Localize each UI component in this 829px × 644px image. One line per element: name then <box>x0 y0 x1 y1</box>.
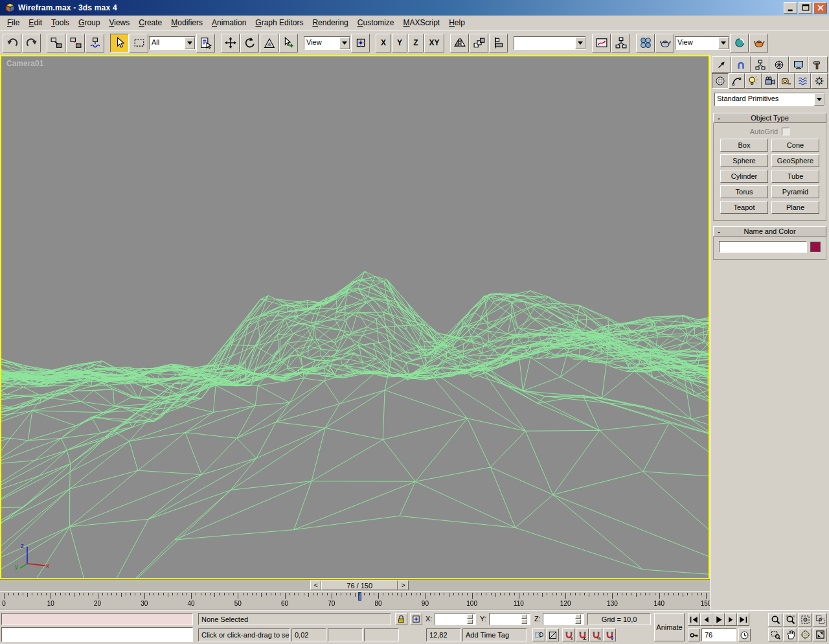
tab-hierarchy[interactable] <box>751 56 770 73</box>
restrict-x-button[interactable]: X <box>376 34 391 52</box>
object-color-swatch[interactable] <box>810 242 821 252</box>
category-shapes[interactable] <box>729 73 745 89</box>
menu-graph-editors[interactable]: Graph Editors <box>251 17 308 29</box>
add-time-tag[interactable]: Add Time Tag <box>462 628 527 641</box>
menu-file[interactable]: File <box>3 17 24 29</box>
maximize-button[interactable] <box>799 2 812 14</box>
selection-region-button[interactable] <box>130 34 148 52</box>
redo-button[interactable] <box>22 34 41 52</box>
menu-rendering[interactable]: Rendering <box>308 17 352 29</box>
zoom-extents-button[interactable] <box>798 613 812 627</box>
category-spacewarps[interactable] <box>795 73 812 89</box>
animate-button[interactable]: Animate <box>654 613 685 641</box>
snap-toggle-button[interactable] <box>562 628 575 641</box>
menu-help[interactable]: Help <box>444 17 470 29</box>
chevron-down-icon[interactable] <box>339 37 350 49</box>
go-to-start-button[interactable] <box>688 613 700 626</box>
undo-button[interactable] <box>3 34 21 52</box>
primitives-dropdown[interactable]: Standard Primitives <box>714 93 825 106</box>
z-spinner[interactable] <box>575 614 581 624</box>
menu-maxscript[interactable]: MAXScript <box>399 17 445 29</box>
menu-create[interactable]: Create <box>134 17 166 29</box>
plane-button[interactable]: Plane <box>771 201 819 214</box>
min-max-toggle-button[interactable] <box>813 628 827 641</box>
tab-motion[interactable] <box>769 56 789 73</box>
go-to-end-button[interactable] <box>737 613 749 626</box>
menu-modifiers[interactable]: Modifiers <box>166 17 207 29</box>
crossing-selection-toggle[interactable] <box>532 628 545 641</box>
time-slider-frame-label[interactable]: 76 / 150 <box>321 581 398 590</box>
menu-group[interactable]: Group <box>74 17 104 29</box>
chevron-down-icon[interactable] <box>575 37 585 49</box>
viewport-canvas[interactable] <box>1 56 709 578</box>
box-button[interactable]: Box <box>720 139 768 152</box>
angle-snap-button[interactable] <box>576 628 589 641</box>
tube-button[interactable]: Tube <box>771 170 819 183</box>
chevron-down-icon[interactable] <box>718 37 729 49</box>
quick-render-button[interactable] <box>749 34 768 52</box>
menu-edit[interactable]: Edit <box>24 17 47 29</box>
arc-rotate-button[interactable] <box>798 628 812 641</box>
object-name-input[interactable] <box>719 241 807 253</box>
zoom-all-button[interactable] <box>783 613 797 627</box>
region-zoom-button[interactable] <box>768 628 782 641</box>
named-selection-sets-combo[interactable] <box>514 36 586 50</box>
select-and-manipulate-button[interactable] <box>279 34 298 52</box>
cylinder-button[interactable]: Cylinder <box>720 170 768 183</box>
time-slider-handle[interactable]: < 76 / 150 > <box>310 581 409 590</box>
restrict-y-button[interactable]: Y <box>392 34 407 52</box>
chevron-down-icon[interactable] <box>814 93 824 106</box>
selection-filter-combo[interactable]: All <box>149 36 196 50</box>
absolute-offset-mode-toggle[interactable] <box>410 613 422 625</box>
schematic-view-button[interactable] <box>611 34 630 52</box>
render-last-button[interactable] <box>730 34 749 52</box>
degradation-override-button[interactable] <box>546 628 559 641</box>
autogrid-checkbox[interactable] <box>782 128 789 135</box>
tab-modify[interactable] <box>731 56 751 73</box>
category-cameras[interactable] <box>762 73 778 89</box>
select-object-button[interactable] <box>110 34 129 52</box>
tab-create[interactable] <box>712 56 731 73</box>
y-spinner[interactable] <box>521 614 527 624</box>
selection-lock-toggle[interactable] <box>395 613 407 625</box>
select-and-scale-button[interactable] <box>260 34 278 52</box>
select-and-rotate-button[interactable] <box>240 34 259 52</box>
y-coordinate-field[interactable] <box>489 613 530 625</box>
select-and-move-button[interactable] <box>221 34 240 52</box>
time-slider-track[interactable]: < 76 / 150 > <box>0 579 710 591</box>
render-scene-button[interactable] <box>655 34 674 52</box>
unlink-selection-button[interactable] <box>66 34 85 52</box>
material-editor-button[interactable] <box>636 34 655 52</box>
next-frame-button[interactable] <box>725 613 737 626</box>
zoom-extents-all-button[interactable] <box>813 613 827 627</box>
sphere-button[interactable]: Sphere <box>720 154 768 167</box>
key-mode-toggle[interactable] <box>688 628 700 641</box>
torus-button[interactable]: Torus <box>720 185 768 198</box>
pan-button[interactable] <box>783 628 797 641</box>
restrict-z-button[interactable]: Z <box>408 34 424 52</box>
render-type-combo[interactable]: View <box>675 36 729 50</box>
menu-tools[interactable]: Tools <box>47 17 74 29</box>
category-lights[interactable] <box>745 73 762 89</box>
menu-views[interactable]: Views <box>104 17 134 29</box>
x-spinner[interactable] <box>467 614 473 624</box>
menu-animation[interactable]: Animation <box>207 17 251 29</box>
viewport[interactable]: Camera01 z x y <box>0 55 710 579</box>
name-color-rollout-header[interactable]: - Name and Color <box>713 226 826 236</box>
z-coordinate-field[interactable] <box>543 613 584 625</box>
bind-to-spacewarp-button[interactable] <box>85 34 104 52</box>
cone-button[interactable]: Cone <box>771 139 819 152</box>
reference-coordinate-system-combo[interactable]: View <box>304 36 350 50</box>
time-configuration-button[interactable] <box>738 628 751 641</box>
pyramid-button[interactable]: Pyramid <box>771 185 819 198</box>
object-type-rollout-header[interactable]: - Object Type <box>713 113 826 123</box>
current-frame-field[interactable]: 76 <box>701 628 736 641</box>
select-and-link-button[interactable] <box>47 34 65 52</box>
mirror-button[interactable] <box>450 34 469 52</box>
next-frame-arrow[interactable]: > <box>398 581 409 590</box>
zoom-button[interactable] <box>768 613 782 627</box>
maxscript-listener-pane[interactable] <box>1 627 193 642</box>
macro-recorder-pane[interactable] <box>1 613 193 625</box>
close-button[interactable] <box>813 2 827 14</box>
use-pivot-center-button[interactable] <box>351 34 370 52</box>
